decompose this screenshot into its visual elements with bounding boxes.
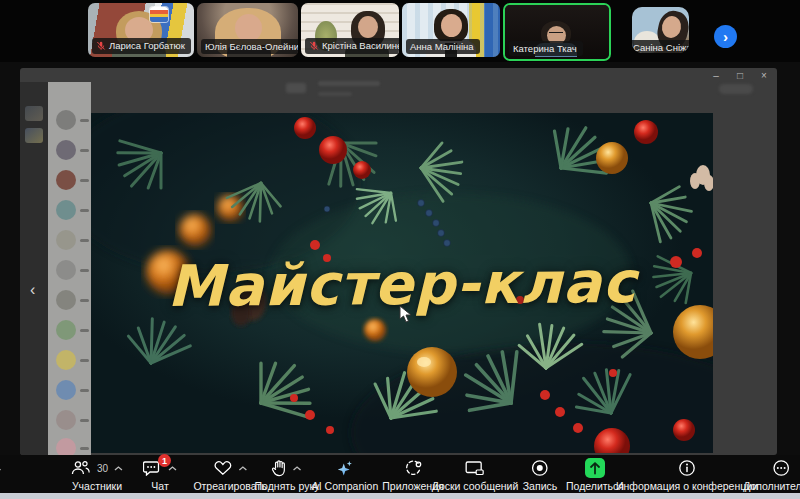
toolbar-label: Доски сообщений: [432, 480, 519, 492]
toolbar-item-video[interactable]: Видео: [0, 458, 2, 492]
chevron-up-icon[interactable]: [114, 466, 123, 471]
chat-list-item[interactable]: [56, 290, 89, 310]
toolbar-item-chat[interactable]: 1 Чат: [143, 458, 177, 492]
next-participants-button[interactable]: ›: [714, 25, 737, 48]
participant-name: Анна Малініна: [410, 42, 474, 52]
chevron-right-icon: ›: [723, 29, 728, 44]
taskbar-edge: [0, 493, 800, 499]
participant-name: Юлія Бєлова-Олейник: [205, 42, 298, 52]
participant-name-tag: Анна Малініна: [406, 39, 480, 55]
raised-hand-icon: [272, 460, 287, 477]
school-logo: [150, 7, 168, 22]
chat-list-item[interactable]: [56, 230, 89, 250]
participant-name: Лариса Горбатюк: [109, 41, 185, 51]
zoom-meeting-window: Лариса Горбатюк Юлія Бєлова-Олейник Кріс…: [0, 0, 800, 499]
chat-list-item[interactable]: [56, 320, 89, 340]
more-options-icon: [772, 459, 790, 477]
messenger-left-nav: ‹: [20, 82, 48, 455]
participant-name-tag: Лариса Горбатюк: [92, 38, 191, 54]
apps-icon: [404, 460, 422, 477]
participant-tile-kristina[interactable]: Крістіна Василинець: [301, 3, 399, 57]
share-screen-icon: [585, 458, 605, 478]
chevron-up-icon[interactable]: [293, 466, 302, 471]
muted-mic-icon: [309, 41, 319, 51]
chat-list-item[interactable]: [56, 200, 89, 220]
participant-name: Крістіна Василинець: [322, 41, 399, 51]
chat-list-item[interactable]: [56, 110, 89, 130]
participant-name-tag: Юлія Бєлова-Олейник: [201, 39, 298, 55]
toolbar-label: Запись: [523, 480, 557, 492]
participant-name: Катерина Ткач: [513, 44, 577, 54]
participant-tile-sanina[interactable]: Саніна Сніжана: [632, 7, 689, 53]
chat-list-item[interactable]: [56, 260, 89, 280]
toolbar-label: Чат: [151, 480, 168, 492]
chat-list-item[interactable]: [56, 380, 89, 400]
blurred-avatar: [286, 83, 306, 93]
maximize-icon[interactable]: □: [733, 70, 747, 81]
nav-thumbnail[interactable]: [25, 106, 43, 121]
chat-list-item[interactable]: [56, 438, 89, 455]
chat-list-item[interactable]: [56, 140, 89, 160]
info-icon: [678, 459, 696, 477]
blurred-chat-title: [318, 81, 380, 86]
participant-tile-kateryna-active-speaker[interactable]: Катерина Ткач: [503, 3, 611, 61]
whiteboard-icon: [465, 460, 485, 476]
chat-list-item[interactable]: [56, 170, 89, 190]
toolbar-item-more[interactable]: Дополнительно: [743, 458, 800, 492]
meeting-toolbar: Видео 30 Участники 1 Чат: [0, 455, 800, 493]
toolbar-item-participants[interactable]: 30 Участники: [71, 458, 123, 492]
toolbar-label: Информация о конференции: [616, 480, 758, 492]
record-icon: [531, 459, 549, 477]
minimize-icon[interactable]: –: [709, 70, 723, 81]
toolbar-item-whiteboards[interactable]: Доски сообщений: [432, 458, 519, 492]
toolbar-label: Участники: [72, 480, 122, 492]
toolbar-item-raise-hand[interactable]: Поднять руку: [255, 458, 320, 492]
toolbar-label: Дополнительно: [743, 480, 800, 492]
participant-name-tag: Катерина Ткач: [509, 41, 583, 57]
chat-list-item[interactable]: [56, 410, 89, 430]
blurred-call-icons: [719, 84, 753, 94]
chevron-up-icon[interactable]: [0, 466, 2, 471]
blurred-chat-subtitle: [318, 92, 352, 96]
chevron-up-icon[interactable]: [168, 466, 177, 471]
messenger-chat-list-dimmed: [48, 82, 91, 455]
close-icon[interactable]: ×: [757, 70, 771, 81]
participants-strip: Лариса Горбатюк Юлія Бєлова-Олейник Кріс…: [0, 0, 800, 62]
heart-icon: [213, 460, 232, 476]
participant-name-tag: Саніна Сніжана: [632, 40, 689, 53]
chat-list-item[interactable]: [56, 350, 89, 370]
toolbar-item-meeting-info[interactable]: Информация о конференции: [616, 458, 758, 492]
chat-unread-badge: 1: [158, 454, 171, 467]
participants-count: 30: [97, 463, 108, 474]
chevron-left-icon[interactable]: ‹: [30, 282, 35, 298]
participant-tile-larysa[interactable]: Лариса Горбатюк: [88, 3, 194, 57]
shared-slide-image: Майстер-клас: [91, 113, 713, 453]
toolbar-label: AI Companion: [312, 480, 379, 492]
participant-tile-anna[interactable]: Анна Малініна: [402, 3, 500, 57]
shared-window-controls: – □ ×: [709, 70, 771, 81]
nav-thumbnail[interactable]: [25, 128, 43, 143]
toolbar-item-record[interactable]: Запись: [523, 458, 557, 492]
chevron-up-icon[interactable]: [238, 466, 247, 471]
toolbar-label: Поднять руку: [255, 480, 320, 492]
toolbar-item-ai-companion[interactable]: AI Companion: [312, 458, 379, 492]
participants-icon: [71, 460, 90, 476]
shared-screen: – □ × ‹: [20, 68, 777, 455]
ai-companion-sparkle-icon: [336, 460, 354, 477]
participant-tile-yuliia[interactable]: Юлія Бєлова-Олейник: [197, 3, 298, 57]
participant-name: Саніна Сніжана: [633, 43, 689, 53]
participant-name-tag: Крістіна Василинець: [305, 38, 399, 54]
muted-mic-icon: [96, 41, 106, 51]
